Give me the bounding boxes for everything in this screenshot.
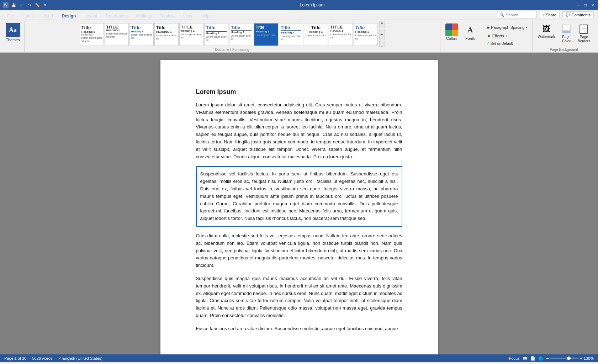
style-minimalist[interactable]: TITLE HEADING 1 Lorem ipsum dolor sit am… <box>105 23 129 46</box>
colors-fonts-content: Colors A Fonts <box>443 21 479 51</box>
themes-icon: Aa <box>6 23 20 37</box>
style-formal[interactable]: TITLE Heading 1 Lorem ipsum dolor sit <box>329 23 353 46</box>
tab-home[interactable]: Home <box>18 12 38 20</box>
window-controls: ─ □ ✕ <box>576 2 595 7</box>
undo-button[interactable]: ↩ <box>18 2 25 8</box>
word-count: 5626 words <box>32 356 52 360</box>
search-input[interactable] <box>506 13 534 17</box>
tab-design[interactable]: Design <box>57 12 80 20</box>
para-effects-group: ≡ Paragraph Spacing ▾ ✦ Effects ▾ ✓ Set … <box>485 22 530 47</box>
restore-button[interactable]: □ <box>583 2 588 7</box>
paragraph-1[interactable]: Lorem ipsum dolor sit amet, consectetur … <box>196 101 402 160</box>
document-area: Lorem Ipsum Lorem ipsum dolor sit amet, … <box>0 53 598 354</box>
style-gallery: Title Heading 1 Heading 2 Lorem ipsum do… <box>80 23 378 46</box>
title-bar: W 💾 ↩ ↪ ✏️ ▾ Lorem Ipsum ─ □ ✕ <box>0 0 598 10</box>
page-bg-content: 🖼 Watermark PageColor <box>535 21 592 47</box>
redo-button[interactable]: ↪ <box>26 2 33 8</box>
focus-button[interactable]: Focus <box>509 356 520 360</box>
style-lines-stylish[interactable]: Title Heading 1 Lorem ipsum dolor sit <box>279 23 303 46</box>
status-right: Focus 📖 📄 🌐 ─ + 130% <box>509 356 594 361</box>
themes-label: Themes <box>6 38 20 42</box>
zoom-out-button[interactable]: ─ <box>546 356 549 360</box>
zoom-level: 130% <box>584 356 594 360</box>
ribbon-group-doc-formatting: Title Heading 1 Heading 2 Lorem ipsum do… <box>26 21 440 52</box>
more-button[interactable]: ▾ <box>42 2 48 8</box>
watermark-icon: 🖼 <box>541 23 552 35</box>
themes-button[interactable]: Aa Themes <box>4 22 21 43</box>
style-lines-distinctive[interactable]: Title Heading 1 Lorem ipsum dolor sit <box>204 23 228 46</box>
style-default[interactable]: Title Heading 1 Heading 2 Lorem ipsum do… <box>80 23 104 46</box>
checkmark-icon: ✓ <box>486 41 489 46</box>
ribbon-group-page-background: 🖼 Watermark PageColor <box>534 21 595 52</box>
ribbon-tabs-bar: File Home Insert Design Layout Reference… <box>0 10 598 20</box>
tab-mailings[interactable]: Mailings <box>132 12 156 20</box>
zoom-slider[interactable] <box>550 358 578 359</box>
paragraph-4[interactable]: Suspendisse quis magna quis mauris maxim… <box>196 275 402 320</box>
styles-gallery-content: Title Heading 1 Heading 2 Lorem ipsum do… <box>80 21 385 47</box>
close-button[interactable]: ✕ <box>590 2 595 7</box>
set-default-button[interactable]: ✓ Set as Default <box>485 41 530 47</box>
language-indicator: ✓ English (United States) <box>58 356 102 361</box>
tab-help[interactable]: Help <box>196 12 214 20</box>
tab-review[interactable]: Review <box>156 12 179 20</box>
comments-icon: 💬 <box>566 12 571 17</box>
tab-view[interactable]: View <box>179 12 196 20</box>
search-bar[interactable]: 🔍 <box>497 11 537 19</box>
style-basic-simple[interactable]: TITLE Heading 1 Lorem ipsum dolor sit <box>179 23 203 46</box>
svg-rect-1 <box>562 31 570 33</box>
themes-group-label <box>4 51 21 52</box>
style-casual[interactable]: Title Heading 1 Lorem ipsum dolor sit <box>354 23 378 46</box>
zoom-in-button[interactable]: + <box>580 356 582 360</box>
zoom-thumb <box>567 357 571 360</box>
tab-file[interactable]: File <box>3 12 18 20</box>
search-icon: 🔍 <box>499 12 504 17</box>
page-borders-button[interactable]: PageBorders <box>576 22 592 45</box>
gallery-more-button[interactable]: ≡ <box>379 41 385 47</box>
gallery-scroll: ▲ ▼ ≡ <box>379 21 385 47</box>
style-basic-classic[interactable]: Title HEADING 1 Lorem ipsum dolor sit <box>154 23 179 46</box>
style-lines-simple[interactable]: Title Heading 1 Lorem ipsum dolor sit <box>229 23 253 46</box>
paragraph-5[interactable]: Fusce faucibus sed arcu vitae dictum. Su… <box>196 325 402 333</box>
style-basic-elegant[interactable]: Title Heading 1 Lorem ipsum dolor sit <box>129 23 154 46</box>
tab-layout[interactable]: Layout <box>80 12 101 20</box>
title-bar-left: W 💾 ↩ ↪ ✏️ ▾ <box>3 2 48 8</box>
page-bg-group-label: Page Background <box>535 47 592 52</box>
tab-insert[interactable]: Insert <box>38 12 57 20</box>
gallery-down-button[interactable]: ▼ <box>379 29 385 40</box>
web-layout-icon[interactable]: 🌐 <box>538 356 543 361</box>
effects-arrow: ▾ <box>506 35 507 38</box>
document-heading: Lorem Ipsum <box>196 88 402 96</box>
paragraph-2-selected[interactable]: Suspendisse vel facilisis lectus. In por… <box>196 166 402 227</box>
paragraph-3[interactable]: Cras diam nulla, molestie sed felis vel,… <box>196 232 402 269</box>
share-button[interactable]: ↑ Share <box>540 12 560 18</box>
comments-button[interactable]: 💬 Comments <box>562 11 594 18</box>
quick-access-toolbar: 💾 ↩ ↪ ✏️ ▾ <box>11 2 48 8</box>
print-layout-icon[interactable]: 📄 <box>530 356 535 361</box>
ribbon: Aa Themes Title Heading 1 Heading 2 Lore… <box>0 20 598 53</box>
spacing-effects-label <box>485 51 530 52</box>
page-bg-buttons: 🖼 Watermark PageColor <box>535 22 592 45</box>
paragraph-spacing-button[interactable]: ≡ Paragraph Spacing ▾ <box>485 23 530 31</box>
colors-button[interactable]: Colors <box>443 22 460 42</box>
document-title: Lorem Ipsum <box>48 2 576 7</box>
page-color-button[interactable]: PageColor <box>559 22 574 45</box>
share-icon: ↑ <box>543 13 545 17</box>
effects-icon: ✦ <box>487 33 491 39</box>
tab-references[interactable]: References <box>101 12 132 20</box>
doc-formatting-label: Document Formatting <box>27 47 437 52</box>
ribbon-group-colors-fonts: Colors A Fonts <box>442 21 482 52</box>
document-page[interactable]: Lorem Ipsum Lorem ipsum dolor sit amet, … <box>160 60 438 354</box>
svg-rect-3 <box>580 25 588 33</box>
read-mode-icon[interactable]: 📖 <box>523 356 528 361</box>
style-shaded[interactable]: Title Heading 1 Lorem ipsum dolor <box>254 23 278 46</box>
fonts-button[interactable]: A Fonts <box>462 22 479 42</box>
style-centered[interactable]: Title Heading 1 Lorem ipsum dolor <box>304 23 328 46</box>
gallery-up-button[interactable]: ▲ <box>379 21 385 28</box>
save-button[interactable]: 💾 <box>11 2 17 8</box>
minimize-button[interactable]: ─ <box>576 2 581 7</box>
touch-button[interactable]: ✏️ <box>34 2 41 8</box>
watermark-button[interactable]: 🖼 Watermark <box>535 22 557 41</box>
title-bar-right: ─ □ ✕ <box>576 2 595 7</box>
effects-button[interactable]: ✦ Effects ▾ <box>485 32 530 40</box>
spacing-effects-content: ≡ Paragraph Spacing ▾ ✦ Effects ▾ ✓ Set … <box>485 21 530 51</box>
